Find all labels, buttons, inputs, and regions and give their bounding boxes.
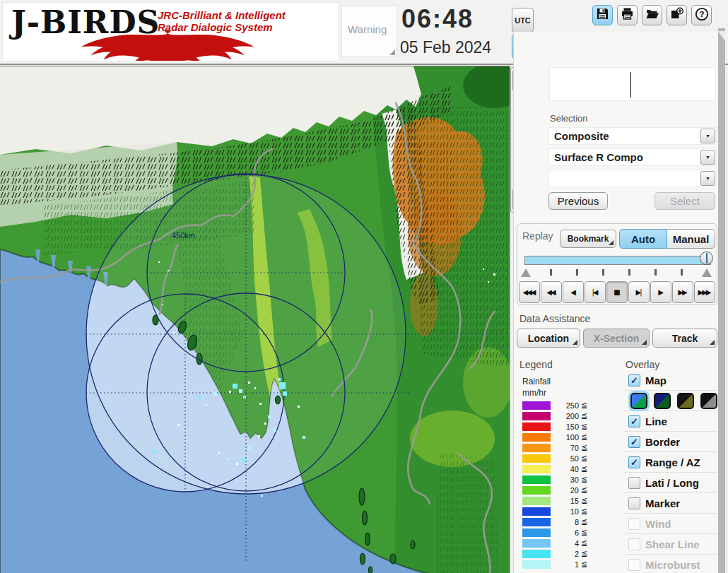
play-reverse-button[interactable]: ◀ <box>563 281 584 303</box>
legend-comparator: ≦ <box>581 443 587 452</box>
overlay-item-label: Map <box>645 374 667 386</box>
legend-color-swatch <box>522 560 551 569</box>
open-folder-button[interactable] <box>642 5 662 25</box>
replay-slider-handle[interactable] <box>700 252 713 265</box>
selection-label: Selection <box>550 113 587 124</box>
wind-checkbox <box>628 518 640 530</box>
skip-to-end-button[interactable]: ▶▶▶ <box>694 281 715 303</box>
chevron-down-icon[interactable]: ▼ <box>700 129 715 143</box>
dropdown-option[interactable]: ▼ <box>548 170 717 187</box>
track-button[interactable]: Track <box>652 329 717 348</box>
slider-tick <box>628 269 630 276</box>
legend-value: 1 <box>552 560 579 569</box>
legend-value: 15 <box>552 497 579 505</box>
skip-to-start-button[interactable]: ◀◀◀ <box>519 281 540 303</box>
dropdown-product[interactable]: Surface R Compo ▼ <box>548 148 717 166</box>
legend-row: 100≦ <box>522 432 607 442</box>
timezone-utc-button[interactable]: UTC <box>512 8 534 33</box>
legend-row: 250≦ <box>522 400 607 410</box>
map-style-black-olive[interactable] <box>677 393 694 409</box>
print-button[interactable] <box>617 5 638 25</box>
replay-group: Replay Bookmark Auto Manual ◀◀◀◀◀◀|◀■▶|▶… <box>517 223 717 305</box>
legend-value: 8 <box>552 518 579 526</box>
x-section-button[interactable]: X-Section <box>583 329 650 348</box>
fast-rewind-button[interactable]: ◀◀ <box>541 281 562 303</box>
previous-button[interactable]: Previous <box>548 192 608 210</box>
dropdown-category[interactable]: Composite ▼ <box>548 127 717 145</box>
replay-label: Replay <box>522 230 553 242</box>
fast-forward-button[interactable]: ▶▶ <box>672 281 693 303</box>
play-button[interactable]: ▶ <box>650 281 671 303</box>
map-checkbox[interactable]: ✓ <box>628 374 640 386</box>
slider-start-marker[interactable] <box>521 268 531 277</box>
rainfall-legend: 250≦200≦150≦100≦70≦50≦40≦30≦20≦15≦10≦8≦6… <box>522 400 607 569</box>
save-icon <box>596 7 609 23</box>
legend-value: 6 <box>552 528 579 537</box>
overlay-list: ✓Map✓Line✓Border✓Range / AZLati / LongMa… <box>624 370 717 573</box>
map-style-blue-green[interactable] <box>630 393 647 409</box>
stop-button[interactable]: ■ <box>606 281 628 303</box>
dropdown-category-value: Composite <box>554 130 609 142</box>
logo-tagline-1: JRC-Brilliant & Intelligent <box>158 9 286 21</box>
lati-long-checkbox[interactable] <box>628 477 640 489</box>
legend-row: 70≦ <box>522 442 607 453</box>
legend-color-swatch <box>522 528 551 537</box>
range-az-checkbox[interactable]: ✓ <box>628 456 640 468</box>
legend-value: 150 <box>552 423 579 431</box>
step-back-button[interactable]: |◀ <box>585 281 606 303</box>
dropdown-product-value: Surface R Compo <box>554 151 643 163</box>
radar-map-viewport[interactable]: 450km <box>0 66 510 573</box>
map-style-black-gray[interactable] <box>700 393 717 409</box>
legend-comparator: ≦ <box>581 401 587 410</box>
legend-title: Rainfall <box>522 377 551 386</box>
range-ring-label: 450km <box>172 231 195 240</box>
chevron-down-icon[interactable]: ▼ <box>700 171 715 186</box>
overlay-item-label: Wind <box>645 518 671 530</box>
clock-time: 06:48 <box>401 4 474 34</box>
add-window-button[interactable] <box>667 5 687 25</box>
legend-comparator: ≦ <box>581 496 587 505</box>
manual-mode-button[interactable]: Manual <box>667 229 715 249</box>
save-button[interactable] <box>592 5 613 25</box>
legend-value: 50 <box>552 454 579 463</box>
slider-end-marker[interactable] <box>702 268 712 277</box>
svg-text:?: ? <box>699 10 704 18</box>
splitter-collapse-icon[interactable] <box>718 31 725 41</box>
slider-tick <box>602 269 604 276</box>
legend-comparator: ≦ <box>581 560 587 569</box>
slider-tick <box>681 269 683 276</box>
border-checkbox[interactable]: ✓ <box>628 436 640 448</box>
panel-splitter[interactable] <box>718 28 725 573</box>
marker-checkbox[interactable] <box>628 497 640 509</box>
overlay-item-label: Line <box>645 415 667 427</box>
legend-color-swatch <box>522 518 551 526</box>
replay-slider-track[interactable] <box>524 256 711 265</box>
help-icon: ? <box>695 7 709 24</box>
legend-value: 10 <box>552 507 579 516</box>
overlay-item-label: Microburst <box>645 559 700 571</box>
bookmark-button[interactable]: Bookmark <box>560 230 616 248</box>
legend-color-swatch <box>522 507 551 516</box>
print-icon <box>621 7 634 23</box>
legend-color-swatch <box>522 486 551 495</box>
transport-controls: ◀◀◀◀◀◀|◀■▶|▶▶▶▶▶▶ <box>519 281 716 303</box>
radar-map: 450km <box>0 66 510 573</box>
map-style-navy-green[interactable] <box>654 393 671 409</box>
overlay-row-microburst: Microburst <box>624 555 717 573</box>
legend-comparator: ≦ <box>581 411 587 420</box>
location-button[interactable]: Location <box>517 329 580 348</box>
warning-button[interactable]: Warning <box>341 6 397 57</box>
open-folder-icon <box>645 7 659 23</box>
step-forward-button[interactable]: ▶| <box>628 281 650 303</box>
help-button[interactable]: ? <box>691 5 712 25</box>
legend-row: 150≦ <box>522 421 607 432</box>
auto-mode-button[interactable]: Auto <box>619 229 667 249</box>
station-input[interactable] <box>549 67 716 101</box>
line-checkbox[interactable]: ✓ <box>628 415 640 427</box>
chevron-down-icon[interactable]: ▼ <box>700 150 715 165</box>
legend-units: mm/hr <box>522 388 546 398</box>
legend-row: 1≦ <box>522 559 607 569</box>
legend-comparator: ≦ <box>581 432 587 442</box>
select-button[interactable]: Select <box>654 192 715 210</box>
legend-color-swatch <box>522 433 551 442</box>
